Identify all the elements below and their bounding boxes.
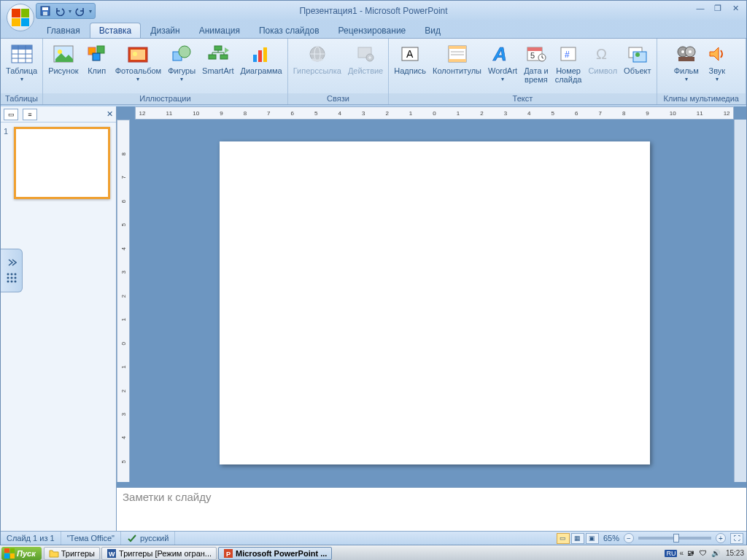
clip-button[interactable]: Клип (82, 40, 112, 78)
tray-icon-1[interactable]: 🖳 (686, 548, 696, 559)
taskbar-item-folder[interactable]: Триггеры (44, 547, 100, 560)
zoom-slider[interactable] (638, 537, 711, 540)
zoom-slider-thumb[interactable] (673, 534, 679, 542)
tray-expand-icon[interactable]: « (679, 549, 684, 557)
status-slide-info[interactable]: Слайд 1 из 1 (1, 532, 61, 545)
panel-close-icon[interactable]: ✕ (107, 109, 113, 119)
group-media: Фильм▾ Звук▾ Клипы мультимедиа (657, 39, 746, 104)
tab-review[interactable]: Рецензирование (329, 23, 416, 38)
tab-view[interactable]: Вид (415, 23, 450, 38)
tab-slideshow[interactable]: Показ слайдов (249, 23, 329, 38)
slide-thumbnail-1[interactable]: 1 (4, 127, 113, 199)
svg-text:Ω: Ω (596, 46, 607, 62)
group-illustrations: Рисунок Клип Фотоальбом▾ Фигуры▾ SmartAr… (43, 39, 288, 104)
symbol-button: ΩСимвол (585, 40, 620, 77)
movie-icon (675, 42, 698, 66)
save-icon[interactable] (39, 5, 51, 17)
language-indicator[interactable]: RU (665, 550, 677, 557)
notes-splitter[interactable] (117, 482, 746, 487)
object-icon (626, 42, 649, 66)
status-language[interactable]: русский (121, 532, 175, 545)
wordart-button[interactable]: AWordArt▾ (485, 40, 520, 85)
collapsed-task-pane[interactable] (1, 249, 23, 292)
slide-thumbnails: 1 (1, 122, 116, 531)
shapes-button[interactable]: Фигуры▾ (165, 40, 198, 85)
tab-animation[interactable]: Анимация (190, 23, 249, 38)
group-label-text: Текст (389, 93, 656, 104)
tray-icon-3[interactable]: 🔊 (711, 548, 721, 559)
redo-icon[interactable] (74, 5, 86, 17)
tray-icon-2[interactable]: 🛡 (698, 548, 708, 559)
picture-button[interactable]: Рисунок (45, 40, 82, 77)
slides-tab[interactable]: ▭ (4, 109, 18, 120)
headerfooter-icon (446, 42, 469, 66)
minimize-button[interactable]: — (692, 2, 708, 14)
group-text: AНадпись Колонтитулы AWordArt▾ 5Дата и в… (389, 39, 657, 104)
undo-icon[interactable] (54, 5, 66, 17)
headerfooter-button[interactable]: Колонтитулы (430, 40, 484, 77)
window-title: Презентация1 - Microsoft PowerPoint (299, 6, 447, 16)
svg-point-58 (14, 277, 16, 279)
undo-dropdown-icon[interactable]: ▾ (69, 8, 71, 15)
movie-button[interactable]: Фильм▾ (671, 40, 702, 85)
svg-point-18 (179, 46, 190, 58)
svg-point-57 (10, 277, 12, 279)
horizontal-ruler[interactable]: 1211109876543210123456789101112 (135, 106, 734, 120)
svg-point-53 (7, 273, 9, 276)
tab-insert[interactable]: Вставка (90, 23, 142, 38)
sound-button[interactable]: Звук▾ (703, 40, 732, 85)
system-tray: RU « 🖳 🛡 🔊 15:23 (662, 548, 747, 559)
ribbon-tabs: Главная Вставка Дизайн Анимация Показ сл… (1, 20, 746, 38)
chart-button[interactable]: Диаграмма (238, 40, 285, 77)
sorter-view-button[interactable]: ▦ (571, 533, 584, 544)
powerpoint-icon: P (223, 548, 233, 559)
slideshow-view-button[interactable]: ▣ (586, 533, 599, 544)
taskbar-item-word[interactable]: W Триггеры [Режим огран... (101, 547, 217, 560)
photoalbum-button[interactable]: Фотоальбом▾ (112, 40, 165, 85)
chevron-down-icon: ▾ (685, 76, 688, 82)
picture-icon (52, 42, 75, 66)
table-button[interactable]: Таблица ▾ (3, 40, 40, 85)
slidenumber-button[interactable]: #Номер слайда (552, 40, 585, 86)
grid-icon (6, 272, 18, 284)
ribbon: Таблица ▾ Таблицы Рисунок Клип Фотоальбо… (1, 38, 746, 105)
os-taskbar: Пуск Триггеры W Триггеры [Режим огран...… (0, 545, 747, 560)
textbox-button[interactable]: AНадпись (391, 40, 429, 78)
notes-pane[interactable]: Заметки к слайду (117, 487, 746, 531)
object-button[interactable]: Объект (621, 40, 654, 77)
qat-customize-icon[interactable]: ▾ (89, 8, 92, 15)
svg-text:#: # (565, 50, 570, 60)
main-area: ▭ ≡ ✕ 1 1211109876543210123456789101112 … (1, 106, 746, 531)
outline-tab[interactable]: ≡ (23, 109, 37, 120)
wordart-icon: A (491, 42, 514, 66)
restore-button[interactable]: ❐ (710, 2, 726, 14)
smartart-button[interactable]: SmartArt (199, 40, 236, 77)
vertical-ruler[interactable]: 87654321012345678 (117, 120, 130, 531)
svg-point-54 (10, 273, 12, 276)
tab-design[interactable]: Дизайн (141, 23, 189, 38)
group-label-media: Клипы мультимедиа (657, 93, 746, 104)
close-button[interactable]: ✕ (727, 2, 743, 14)
office-button[interactable] (7, 4, 34, 31)
tray-clock[interactable]: 15:23 (726, 549, 744, 557)
slide-canvas[interactable] (220, 141, 650, 464)
zoom-value[interactable]: 65% (603, 534, 619, 542)
vertical-scrollbar[interactable] (734, 120, 746, 482)
normal-view-button[interactable]: ▭ (557, 533, 570, 544)
datetime-button[interactable]: 5Дата и время (521, 40, 551, 86)
fit-window-button[interactable]: ⛶ (730, 533, 743, 544)
group-label-illustrations: Иллюстрации (43, 93, 287, 104)
taskbar-item-powerpoint[interactable]: P Microsoft PowerPoint ... (218, 547, 332, 560)
svg-rect-13 (93, 53, 100, 61)
svg-rect-52 (678, 57, 694, 61)
zoom-out-button[interactable]: − (624, 533, 634, 543)
panel-tabs: ▭ ≡ ✕ (1, 106, 116, 122)
svg-point-50 (681, 50, 684, 53)
svg-rect-24 (263, 47, 267, 62)
tab-home[interactable]: Главная (37, 23, 90, 38)
slide-canvas-area[interactable] (135, 120, 734, 482)
slidenumber-icon: # (557, 42, 580, 66)
zoom-in-button[interactable]: + (716, 533, 726, 543)
status-theme[interactable]: "Тема Office" (61, 532, 121, 545)
start-button[interactable]: Пуск (1, 547, 42, 560)
